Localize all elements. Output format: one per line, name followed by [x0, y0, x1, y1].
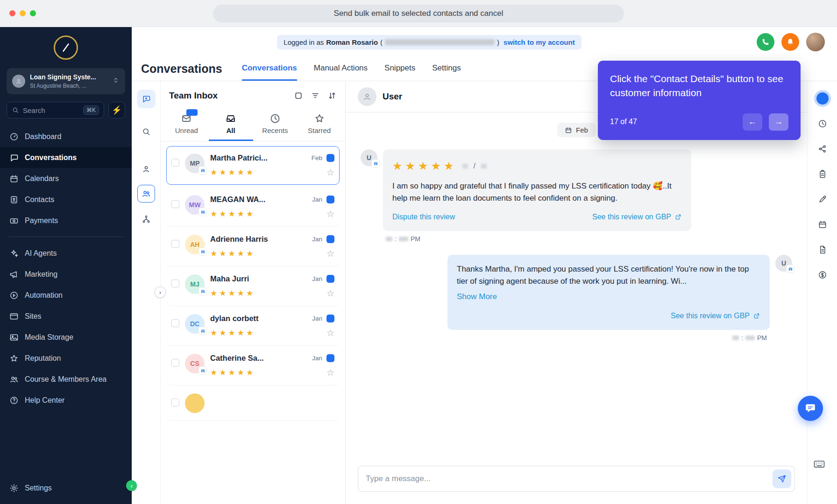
tasks-button[interactable] — [816, 167, 830, 181]
sidebar-item-media-storage[interactable]: Media Storage — [0, 327, 132, 348]
appointments-button[interactable] — [816, 217, 830, 231]
sidebar-item-dashboard[interactable]: Dashboard — [0, 126, 132, 147]
sidebar-item-reputation[interactable]: Reputation — [0, 348, 132, 369]
conversation-list-item[interactable] — [166, 386, 340, 420]
sidebar-item-label: Marketing — [25, 270, 57, 279]
inbox-tab-starred[interactable]: Starred — [297, 109, 341, 141]
minimize-window-button[interactable] — [20, 10, 26, 16]
inbox-tab-all[interactable]: All — [209, 109, 253, 141]
user-profile-avatar[interactable] — [806, 33, 825, 51]
see-review-gbp-link[interactable]: See this review on GBP — [671, 310, 760, 322]
chevron-up-down-icon — [112, 77, 120, 86]
contact-details-button[interactable] — [816, 91, 830, 105]
inbox-tab-unread[interactable]: Unread — [164, 109, 209, 141]
conversation-checkbox[interactable] — [171, 280, 179, 287]
notes-button[interactable] — [816, 192, 830, 206]
dispute-review-link[interactable]: Dispute this review — [392, 211, 455, 223]
conversation-checkbox[interactable] — [171, 240, 179, 248]
integrations-button[interactable] — [816, 142, 830, 156]
tour-previous-button[interactable]: ← — [743, 113, 762, 131]
support-chat-launcher[interactable] — [798, 396, 823, 421]
conversation-checkbox[interactable] — [171, 159, 179, 167]
conversation-checkbox[interactable] — [171, 200, 179, 208]
conversation-checkbox[interactable] — [171, 319, 179, 327]
tour-next-button[interactable]: → — [769, 113, 788, 131]
message-input[interactable] — [366, 474, 773, 483]
contact-avatar — [185, 393, 205, 413]
rating-stars: ★★★★★ — [210, 249, 255, 259]
filter-icon[interactable] — [311, 91, 320, 100]
account-switcher[interactable]: Loan Signing Syste... St Augustine Beach… — [7, 68, 125, 94]
favorite-star-icon[interactable]: ☆ — [326, 289, 334, 298]
unread-indicator — [326, 315, 334, 322]
see-review-gbp-link[interactable]: See this review on GBP — [592, 211, 682, 223]
payments-button[interactable] — [816, 268, 830, 282]
favorite-star-icon[interactable]: ☆ — [326, 329, 334, 337]
window-controls — [9, 10, 36, 16]
select-all-icon[interactable] — [294, 91, 303, 100]
conversation-list-item[interactable]: MW MEAGAN WA... Jan ★★★★★ — [166, 188, 340, 226]
pipeline-filter-button[interactable] — [137, 210, 156, 229]
contact-filter-button[interactable] — [137, 160, 156, 178]
conversation-checkbox[interactable] — [171, 359, 179, 367]
sidebar-item-sites[interactable]: Sites — [0, 306, 132, 327]
nav-divider — [8, 237, 123, 237]
account-location: St Augustine Beach, ... — [30, 83, 86, 89]
chat-user-avatar — [358, 87, 376, 106]
compose-message-button[interactable] — [137, 90, 156, 108]
sidebar-item-settings[interactable]: Settings — [0, 477, 132, 498]
redacted-text — [386, 237, 392, 241]
sidebar-item-label: Payments — [25, 217, 58, 225]
message-timestamp: : PM — [383, 235, 691, 243]
sidebar-item-marketing[interactable]: Marketing — [0, 264, 132, 285]
expand-panel-button[interactable]: › — [155, 287, 166, 298]
switch-account-link[interactable]: switch to my account — [504, 38, 575, 46]
sidebar-search-input[interactable]: Search ⌘K — [7, 102, 104, 119]
conversation-checkbox[interactable] — [171, 399, 179, 406]
conversation-list-item[interactable]: CS Catherine Sa... Jan ★★★★★ — [166, 346, 340, 385]
conversation-list-item[interactable]: MP Martha Patrici... Feb ★★★★ — [166, 146, 340, 185]
phone-button[interactable] — [757, 33, 774, 51]
contact-avatar: MP — [185, 154, 205, 173]
inbox-tab-recents[interactable]: Recents — [253, 109, 298, 141]
sidebar-item-contacts[interactable]: Contacts — [0, 189, 132, 210]
tab-snippets[interactable]: Snippets — [384, 63, 415, 81]
sidebar-item-ai-agents[interactable]: AI Agents — [0, 243, 132, 264]
sidebar-item-calendars[interactable]: Calendars — [0, 168, 132, 189]
sidebar-item-payments[interactable]: Payments — [0, 210, 132, 231]
sidebar-item-conversations[interactable]: Conversations — [0, 147, 132, 168]
favorite-star-icon[interactable]: ☆ — [326, 249, 334, 258]
sort-icon[interactable] — [327, 91, 337, 100]
team-inbox-button[interactable] — [137, 185, 155, 203]
keyboard-shortcuts-button[interactable] — [813, 457, 826, 472]
paper-plane-icon — [777, 474, 787, 483]
sidebar-collapse-button[interactable]: ‹ — [126, 480, 137, 491]
close-window-button[interactable] — [9, 10, 15, 16]
star-icon — [9, 354, 19, 363]
sidebar-item-course-members[interactable]: Course & Members Area — [0, 369, 132, 390]
zoom-window-button[interactable] — [30, 10, 36, 16]
favorite-star-icon[interactable]: ☆ — [326, 210, 334, 218]
quick-actions-button[interactable]: ⚡ — [108, 102, 125, 119]
documents-button[interactable] — [816, 243, 830, 257]
conversation-list-item[interactable]: DC dylan corbett Jan ★★★★★ — [166, 307, 340, 345]
sidebar-item-automation[interactable]: Automation — [0, 285, 132, 306]
search-conversations-button[interactable] — [137, 122, 156, 141]
contact-avatar: AH — [185, 235, 205, 254]
favorite-star-icon[interactable]: ☆ — [326, 168, 334, 177]
sidebar-item-label: AI Agents — [25, 249, 57, 258]
tab-conversations[interactable]: Conversations — [242, 63, 297, 81]
tab-settings[interactable]: Settings — [432, 63, 461, 81]
tab-manual-actions[interactable]: Manual Actions — [314, 63, 368, 81]
send-message-button[interactable] — [773, 469, 791, 488]
notifications-button[interactable] — [781, 33, 799, 51]
favorite-star-icon[interactable]: ☆ — [326, 368, 334, 377]
sidebar-item-help-center[interactable]: Help Center — [0, 390, 132, 411]
conversation-list-item[interactable]: MJ Maha Jurri Jan ★★★★★ — [166, 267, 340, 306]
conversation-list-item[interactable]: AH Adrienne Harris Jan ★★★★★ — [166, 227, 340, 266]
calendar-icon — [565, 126, 572, 134]
history-button[interactable] — [816, 117, 830, 131]
sidebar: Loan Signing Syste... St Augustine Beach… — [0, 27, 132, 504]
show-more-link[interactable]: Show More — [457, 291, 497, 303]
search-icon — [142, 127, 151, 136]
